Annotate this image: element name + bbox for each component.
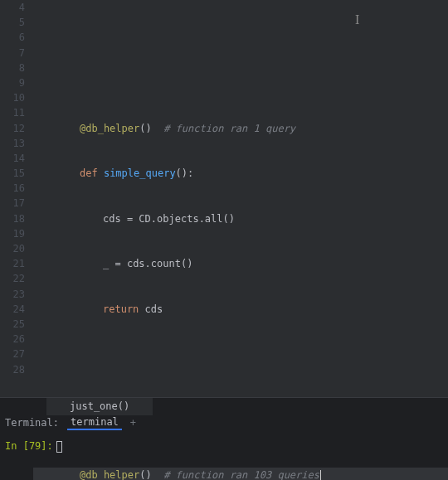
text-cursor-icon: I: [355, 12, 359, 27]
code-line: return cds: [33, 302, 448, 317]
line-number: 7: [0, 46, 25, 61]
code-area[interactable]: I @db_helper() # function ran 1 query de…: [33, 0, 448, 397]
line-number: 25: [0, 317, 25, 332]
code-line: def simple_query():: [33, 166, 448, 181]
line-number: 4: [0, 0, 25, 15]
editor-caret: [320, 470, 321, 480]
line-number: 16: [0, 181, 25, 196]
line-number: 6: [0, 30, 25, 45]
line-number: 10: [0, 90, 25, 105]
line-number: 27: [0, 347, 25, 361]
line-number: 17: [0, 196, 25, 211]
line-number-gutter: 4567891011121314151617181920212223242526…: [0, 0, 33, 397]
line-number: 22: [0, 271, 25, 286]
code-line: [33, 362, 448, 377]
line-number: 21: [0, 256, 25, 271]
code-editor[interactable]: 4567891011121314151617181920212223242526…: [0, 0, 448, 397]
code-line: [33, 61, 448, 75]
line-number: 14: [0, 151, 25, 166]
line-number: 11: [0, 105, 25, 120]
line-number: 24: [0, 302, 25, 317]
code-line: @db_helper() # function ran 1 query: [33, 121, 448, 136]
code-line: cds = CD.objects.all(): [33, 211, 448, 226]
line-number: 19: [0, 226, 25, 241]
line-number: 8: [0, 61, 25, 75]
line-number: 20: [0, 241, 25, 256]
line-number: 26: [0, 332, 25, 347]
line-number: 12: [0, 121, 25, 136]
line-number: 28: [0, 362, 25, 377]
line-number: 23: [0, 287, 25, 302]
code-line-active: @db_helper() # function ran 103 queries: [33, 468, 448, 480]
line-number: 13: [0, 136, 25, 151]
line-number: 5: [0, 15, 25, 30]
line-number: 18: [0, 211, 25, 226]
line-number: 9: [0, 75, 25, 90]
code-line: _ = cds.count(): [33, 256, 448, 271]
line-number: 15: [0, 166, 25, 181]
code-line: [33, 407, 448, 422]
